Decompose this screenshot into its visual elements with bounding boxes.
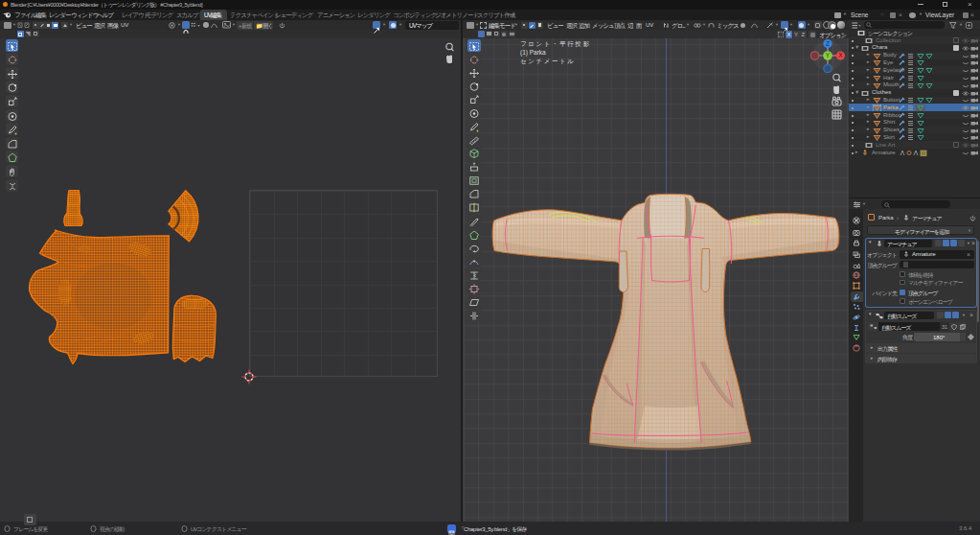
svg-text:Y: Y — [826, 52, 831, 58]
svg-text:Z: Z — [826, 40, 830, 47]
svg-text:X: X — [838, 52, 843, 58]
